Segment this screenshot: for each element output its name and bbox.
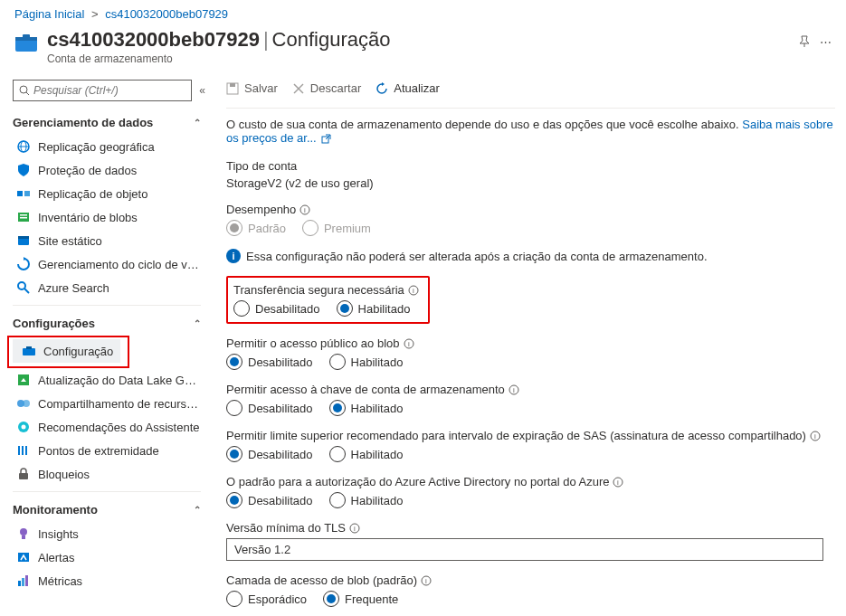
- save-icon: [226, 82, 239, 95]
- svg-rect-27: [19, 473, 28, 479]
- info-icon[interactable]: i: [408, 285, 419, 296]
- svg-point-21: [23, 400, 30, 407]
- sidebar-item-dlg2-upgrade[interactable]: Atualização do Data Lake Gen2: [7, 368, 208, 392]
- more-actions-icon[interactable]: ⋯: [820, 35, 832, 49]
- performance-note: i Essa configuração não poderá ser alter…: [226, 249, 835, 263]
- sidebar-item-advisor[interactable]: Recomendações do Assistente: [7, 415, 208, 439]
- sidebar-item-endpoints[interactable]: Pontos de extremidade: [7, 439, 208, 462]
- refresh-button[interactable]: Atualizar: [375, 81, 440, 95]
- breadcrumb-home[interactable]: Página Inicial: [14, 7, 84, 21]
- sidebar-item-configuration[interactable]: Configuração: [13, 339, 120, 363]
- section-monitoring[interactable]: Monitoramento⌃: [7, 498, 208, 522]
- refresh-icon: [375, 82, 388, 95]
- field-blob-tier: Camada de acesso de blob (padrão) i Espo…: [226, 573, 835, 607]
- storage-account-icon: [14, 32, 38, 55]
- command-bar: Salvar Descartar Atualizar: [226, 72, 835, 108]
- radio-secure-transfer-disabled[interactable]: Desabilitado: [233, 300, 320, 317]
- svg-rect-31: [18, 581, 21, 586]
- svg-point-3: [20, 86, 27, 93]
- info-icon[interactable]: i: [299, 204, 310, 215]
- svg-line-4: [26, 92, 29, 95]
- radio-key-access-enabled[interactable]: Habilitado: [329, 400, 404, 416]
- field-key-access: Permitir acesso à chave de conta de arma…: [226, 383, 835, 416]
- tls-version-select[interactable]: Versão 1.2: [226, 538, 823, 561]
- radio-blob-public-disabled[interactable]: Desabilitado: [226, 354, 313, 370]
- svg-rect-33: [25, 575, 28, 586]
- svg-rect-9: [24, 191, 30, 196]
- sidebar-item-object-replication[interactable]: Replicação de objeto: [7, 182, 208, 205]
- info-icon[interactable]: i: [421, 575, 432, 586]
- discard-button[interactable]: Descartar: [292, 81, 361, 95]
- svg-text:i: i: [408, 340, 410, 348]
- replication-icon: [16, 186, 31, 201]
- endpoints-icon: [16, 443, 31, 458]
- svg-point-23: [22, 425, 26, 430]
- radio-aad-default-disabled[interactable]: Desabilitado: [226, 492, 313, 508]
- sidebar-item-alerts[interactable]: Alertas: [7, 545, 208, 569]
- svg-rect-2: [23, 34, 30, 38]
- radio-tier-cool[interactable]: Esporádico: [226, 591, 307, 607]
- azure-search-icon: [16, 280, 31, 295]
- chevron-up-icon: ⌃: [194, 118, 201, 128]
- radio-sas-limit-disabled[interactable]: Desabilitado: [226, 446, 313, 462]
- section-data-management[interactable]: Gerenciamento de dados⌃: [7, 110, 208, 135]
- sidebar-item-azure-search[interactable]: Azure Search: [7, 276, 208, 299]
- radio-blob-public-enabled[interactable]: Habilitado: [329, 354, 404, 370]
- search-input[interactable]: [33, 84, 185, 97]
- radio-secure-transfer-enabled[interactable]: Habilitado: [337, 300, 411, 317]
- sidebar-item-blob-inventory[interactable]: Inventário de blobs: [7, 205, 208, 229]
- sidebar-item-cors[interactable]: Compartilhamento de recursos (C...: [7, 392, 208, 415]
- svg-text:i: i: [814, 432, 816, 441]
- sidebar-item-metrics[interactable]: Métricas: [7, 569, 208, 592]
- radio-key-access-disabled[interactable]: Desabilitado: [226, 400, 313, 416]
- sidebar-search[interactable]: [13, 80, 192, 101]
- shield-icon: [16, 163, 31, 177]
- website-icon: [16, 233, 31, 248]
- lifecycle-icon: [16, 257, 31, 271]
- datalake-icon: [16, 373, 31, 387]
- chevron-up-icon: ⌃: [194, 318, 201, 328]
- field-sas-expiry-limit: Permitir limite superior recomendado par…: [226, 429, 835, 462]
- account-type-value: StorageV2 (v2 de uso geral): [226, 176, 835, 190]
- breadcrumb-separator: >: [91, 7, 99, 21]
- info-icon[interactable]: i: [404, 338, 414, 349]
- sidebar-item-lifecycle[interactable]: Gerenciamento do ciclo de vida: [7, 252, 208, 276]
- search-icon: [19, 85, 30, 96]
- svg-rect-12: [20, 217, 27, 219]
- svg-rect-35: [230, 83, 235, 87]
- breadcrumb-resource[interactable]: cs410032000beb07929: [105, 7, 228, 21]
- section-settings[interactable]: Configurações⌃: [7, 311, 208, 336]
- svg-rect-18: [26, 346, 32, 349]
- insights-icon: [16, 526, 31, 541]
- alerts-icon: [16, 550, 31, 564]
- globe-icon: [16, 139, 31, 154]
- cors-icon: [16, 396, 31, 411]
- svg-rect-8: [17, 191, 23, 196]
- info-icon[interactable]: i: [613, 477, 623, 488]
- pin-icon[interactable]: [798, 35, 811, 51]
- svg-point-15: [18, 282, 25, 289]
- cost-info-text: O custo de sua conta de armazenamento de…: [226, 118, 835, 145]
- metrics-icon: [16, 573, 31, 588]
- radio-tier-hot[interactable]: Frequente: [323, 591, 398, 607]
- info-icon[interactable]: i: [509, 384, 519, 395]
- field-blob-public-access: Permitir o acesso público ao blob i Desa…: [226, 336, 835, 370]
- sidebar-item-locks[interactable]: Bloqueios: [7, 462, 208, 486]
- field-min-tls: Versão mínima do TLS i Versão 1.2: [226, 521, 835, 561]
- sidebar-item-geo-replication[interactable]: Replicação geográfica: [7, 135, 208, 158]
- radio-sas-limit-enabled[interactable]: Habilitado: [329, 446, 404, 462]
- radio-aad-default-enabled[interactable]: Habilitado: [329, 492, 404, 508]
- chevron-up-icon: ⌃: [194, 505, 201, 515]
- svg-rect-30: [18, 553, 29, 562]
- collapse-sidebar-icon[interactable]: «: [199, 84, 203, 97]
- save-button[interactable]: Salvar: [226, 81, 278, 95]
- sidebar-item-static-website[interactable]: Site estático: [7, 229, 208, 252]
- sidebar-item-insights[interactable]: Insights: [7, 522, 208, 545]
- info-icon[interactable]: i: [810, 431, 821, 441]
- advisor-icon: [16, 420, 31, 434]
- info-filled-icon: i: [226, 249, 241, 263]
- sidebar-item-data-protection[interactable]: Proteção de dados: [7, 158, 208, 182]
- info-icon[interactable]: i: [349, 523, 360, 534]
- inventory-icon: [16, 210, 31, 224]
- svg-rect-14: [18, 236, 29, 239]
